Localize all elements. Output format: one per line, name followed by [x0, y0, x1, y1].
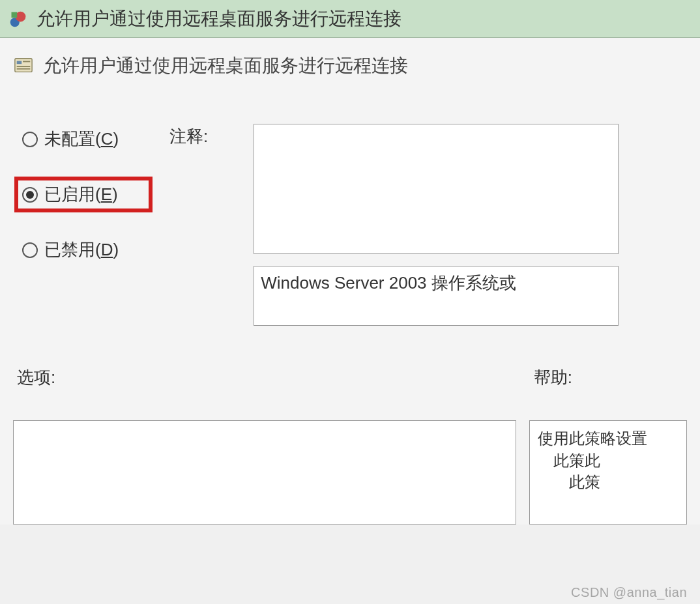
radio-label: 已启用(E) [44, 183, 118, 206]
options-panel[interactable] [13, 420, 516, 525]
help-text-line: 此策此 [538, 450, 678, 472]
panels-row: 使用此策略设置 此策此 此策 [13, 420, 687, 525]
lower-labels-row: 选项: 帮助: [13, 366, 687, 389]
titlebar: 允许用户通过使用远程桌面服务进行远程连接 [0, 0, 700, 38]
page-title: 允许用户通过使用远程桌面服务进行远程连接 [43, 53, 408, 78]
titlebar-title: 允许用户通过使用远程桌面服务进行远程连接 [36, 7, 401, 31]
watermark: CSDN @anna_tian [571, 585, 687, 600]
svg-rect-2 [12, 12, 18, 18]
svg-rect-7 [17, 68, 31, 70]
radio-circle-icon [22, 187, 38, 203]
help-text-line: 此策 [538, 471, 678, 493]
radio-enabled[interactable]: 已启用(E) [17, 179, 150, 210]
svg-rect-6 [17, 66, 31, 67]
config-row: 未配置(C) 已启用(E) 已禁用(D) 注释: Windows Server … [13, 124, 687, 326]
policy-icon [9, 10, 27, 28]
help-panel: 使用此策略设置 此策此 此策 [529, 420, 687, 525]
comment-textarea[interactable] [254, 124, 619, 254]
content-area: 允许用户通过使用远程桌面服务进行远程连接 未配置(C) 已启用(E) 已禁用(D… [0, 38, 700, 525]
page-icon [13, 55, 34, 76]
radio-group: 未配置(C) 已启用(E) 已禁用(D) [13, 124, 150, 265]
radio-circle-icon [22, 132, 38, 147]
supported-on-text: Windows Server 2003 操作系统或 [261, 273, 516, 293]
radio-not-configured[interactable]: 未配置(C) [17, 124, 150, 154]
options-label: 选项: [17, 366, 55, 389]
radio-circle-icon [22, 242, 38, 258]
radio-disabled[interactable]: 已禁用(D) [17, 235, 150, 265]
supported-on-box: Windows Server 2003 操作系统或 [254, 266, 619, 326]
radio-label: 已禁用(D) [44, 238, 119, 261]
comment-label: 注释: [169, 124, 208, 148]
radio-label: 未配置(C) [44, 128, 119, 151]
right-column: Windows Server 2003 操作系统或 [254, 124, 687, 326]
help-label: 帮助: [534, 366, 572, 389]
header-row: 允许用户通过使用远程桌面服务进行远程连接 [13, 53, 687, 78]
help-text-line: 使用此策略设置 [538, 427, 678, 450]
svg-rect-5 [23, 61, 30, 63]
svg-rect-3 [15, 59, 32, 72]
svg-rect-4 [17, 61, 22, 65]
